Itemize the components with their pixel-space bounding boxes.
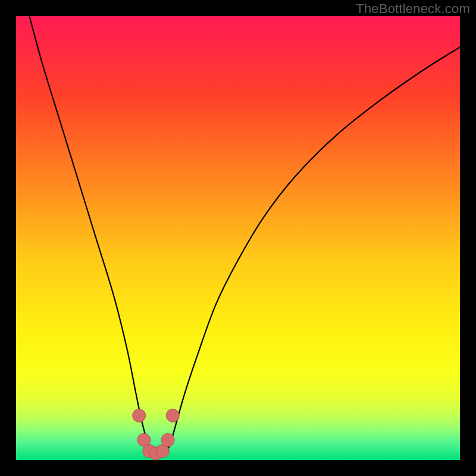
chart-plot-area <box>16 16 460 460</box>
chart-frame: TheBottleneck.com <box>0 0 476 476</box>
marker-point <box>161 433 174 446</box>
marker-point <box>133 409 146 422</box>
marker-point <box>166 409 179 422</box>
gradient-background <box>16 16 460 460</box>
chart-svg <box>16 16 460 460</box>
watermark-text: TheBottleneck.com <box>356 1 470 17</box>
